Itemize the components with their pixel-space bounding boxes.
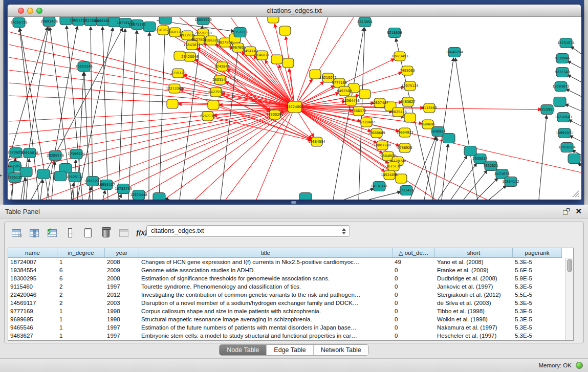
table-cell[interactable]: 6 <box>57 274 105 282</box>
network-node[interactable] <box>268 17 279 23</box>
table-cell[interactable]: 9699695 <box>8 315 57 323</box>
table-cell[interactable]: Estimation of the future numbers of pati… <box>139 323 393 332</box>
table-settings-icon[interactable]: ⚙ <box>10 226 23 239</box>
table-cell[interactable]: Tibbo et al. (1998) <box>435 307 513 315</box>
column-header-short[interactable]: short <box>435 248 513 258</box>
table-cell[interactable]: Wolkin et al. (1998) <box>435 315 513 323</box>
table-cell[interactable]: Estimation of significance thresholds fo… <box>139 274 393 282</box>
tab-edge-table[interactable]: Edge Table <box>267 345 313 355</box>
table-row[interactable]: 946554611997Estimation of the future num… <box>8 323 565 332</box>
network-node[interactable] <box>404 113 416 122</box>
table-cell[interactable]: 5.3E-5 <box>513 282 562 291</box>
table-cell[interactable]: 2 <box>57 299 105 307</box>
network-node[interactable] <box>279 26 291 35</box>
table-row[interactable]: 977716911998Corpus callosum shape and si… <box>8 307 565 315</box>
resize-grip[interactable] <box>571 189 580 198</box>
table-cell[interactable]: 22420046 <box>8 291 57 299</box>
right-collapsed-panel[interactable] <box>584 0 588 205</box>
network-node[interactable] <box>359 90 371 99</box>
table-cell[interactable]: Yano et al. (2008) <box>435 258 513 266</box>
column-header-pagerank[interactable]: pagerank <box>513 248 562 258</box>
tab-node-table[interactable]: Node Table <box>220 345 267 355</box>
float-window-icon[interactable] <box>563 208 570 215</box>
network-node[interactable] <box>208 100 219 110</box>
memory-status-dot[interactable] <box>576 362 583 369</box>
network-node[interactable] <box>153 193 165 200</box>
table-cell[interactable]: 18724007 <box>8 258 57 266</box>
network-node[interactable] <box>159 17 171 25</box>
table-cell[interactable]: 5.3E-5 <box>513 299 562 307</box>
table-cell[interactable]: 0 <box>393 291 435 299</box>
table-cell[interactable]: 5.9E-5 <box>513 274 562 282</box>
table-cell[interactable]: Structural magnetic resonance image aver… <box>139 315 393 323</box>
column-header-title[interactable]: title <box>139 248 393 258</box>
table-cell[interactable]: 5.3E-5 <box>513 307 562 315</box>
table-cell[interactable]: Tourette syndrome. Phenomenology and cla… <box>139 282 393 291</box>
table-cell[interactable]: 5.5E-5 <box>513 291 562 299</box>
table-cell[interactable]: Corpus callosum shape and size in male p… <box>139 307 393 315</box>
table-cell[interactable]: 0 <box>393 266 435 274</box>
tab-network-table[interactable]: Network Table <box>314 345 368 355</box>
table-selector-dropdown[interactable]: citations_edges.txt <box>146 225 350 237</box>
table-cell[interactable]: 1997 <box>105 282 139 291</box>
table-cell[interactable]: 1997 <box>105 332 139 340</box>
window-titlebar[interactable]: citations_edges.txt <box>8 5 581 17</box>
table-cell[interactable]: Hescheler et al. (1997) <box>435 332 513 340</box>
table-row[interactable]: 1872400712008Changes of HCN gene express… <box>8 258 565 266</box>
table-row[interactable]: 946362711997Embryonic stem cells: a mode… <box>8 332 565 340</box>
table-cell[interactable]: 9777169 <box>8 307 57 315</box>
table-cell[interactable]: 1 <box>57 332 105 340</box>
network-node[interactable] <box>568 154 580 164</box>
table-cell[interactable]: 1998 <box>105 307 139 315</box>
table-cell[interactable]: 9463627 <box>8 332 57 340</box>
table-cell[interactable]: 14569117 <box>8 299 57 307</box>
column-header-name[interactable]: name <box>8 248 57 258</box>
table-cell[interactable]: 6 <box>57 266 105 274</box>
table-cell[interactable]: Nakamura et al. (1997) <box>435 323 513 332</box>
splitter-handle[interactable] <box>291 201 296 204</box>
table-cell[interactable]: Franke et al. (2009) <box>435 266 513 274</box>
delete-trash-icon[interactable] <box>99 226 113 239</box>
table-cell[interactable]: 5.6E-5 <box>513 266 562 274</box>
network-node[interactable] <box>299 193 312 200</box>
table-row[interactable]: 1938455462009Genome-wide association stu… <box>8 266 565 274</box>
table-cell[interactable]: Disruption of a novel member of a sodium… <box>139 299 393 307</box>
network-node[interactable] <box>443 134 455 143</box>
column-header-in_degree[interactable]: in_degree <box>57 248 105 258</box>
network-canvas[interactable]: 1872400771638228960128891293428226058982… <box>8 17 581 200</box>
table-cell[interactable]: 0 <box>393 315 435 323</box>
table-cell[interactable]: 2008 <box>105 274 139 282</box>
table-cell[interactable]: 2 <box>57 282 105 291</box>
table-row[interactable]: 1830029562008Estimation of significance … <box>8 274 565 282</box>
table-row[interactable]: 969969511998Structural magnetic resonanc… <box>8 315 565 323</box>
column-visibility-icon[interactable] <box>28 226 41 239</box>
table-cell[interactable]: Stergiakouli et al. (2012) <box>435 291 513 299</box>
merge-rows-icon[interactable] <box>63 226 77 239</box>
table-cell[interactable]: 0 <box>393 332 435 340</box>
table-cell[interactable]: 1997 <box>105 323 139 332</box>
scrollbar-thumb[interactable] <box>567 259 572 272</box>
row-select-check-icon[interactable]: ✔ <box>46 226 59 239</box>
table-cell[interactable]: 19384554 <box>8 266 57 274</box>
column-header-out_de[interactable]: △ out_de… <box>393 248 435 258</box>
network-node[interactable] <box>54 171 67 181</box>
table-cell[interactable]: 2003 <box>105 299 139 307</box>
network-node[interactable] <box>167 99 178 108</box>
table-row[interactable]: 2242004622012Investigating the contribut… <box>8 291 565 299</box>
table-cell[interactable]: 2 <box>57 291 105 299</box>
table-cell[interactable]: 2012 <box>105 291 139 299</box>
table-cell[interactable]: 2009 <box>105 266 139 274</box>
table-cell[interactable]: Investigating the contribution of common… <box>139 291 393 299</box>
table-cell[interactable]: 9465546 <box>8 323 57 332</box>
table-cell[interactable]: 49 <box>393 258 435 266</box>
table-row[interactable]: 911546021997Tourette syndrome. Phenomeno… <box>8 282 565 291</box>
table-cell[interactable]: 1998 <box>105 315 139 323</box>
table-cell[interactable]: 0 <box>393 307 435 315</box>
table-cell[interactable]: 5.3E-5 <box>513 258 562 266</box>
table-cell[interactable]: 9115460 <box>8 282 57 291</box>
table-cell[interactable]: 1 <box>57 258 105 266</box>
table-cell[interactable]: 2008 <box>105 258 139 266</box>
table-cell[interactable]: Changes of HCN gene expression and I(f) … <box>139 258 393 266</box>
table-row[interactable]: 1456911722003Disruption of a novel membe… <box>8 299 565 307</box>
network-node[interactable] <box>271 55 282 64</box>
